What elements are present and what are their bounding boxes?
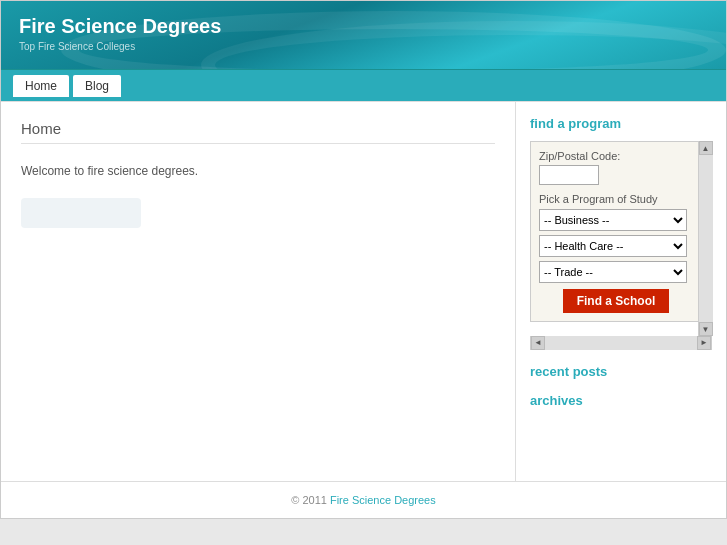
site-subtitle: Top Fire Science Colleges <box>19 41 708 52</box>
header: Fire Science Degrees Top Fire Science Co… <box>1 1 726 69</box>
recent-posts-section: recent posts <box>530 364 712 379</box>
vertical-scrollbar: ▲ ▼ <box>698 141 712 336</box>
nav-item-blog[interactable]: Blog <box>73 75 121 97</box>
scroll-left-button[interactable]: ◄ <box>531 336 545 350</box>
scroll-up-button[interactable]: ▲ <box>699 141 713 155</box>
horizontal-scrollbar: ◄ ► <box>530 336 712 350</box>
nav-item-home[interactable]: Home <box>13 75 69 97</box>
decorative-image <box>21 198 141 228</box>
zip-input[interactable] <box>539 165 599 185</box>
program-widget-container: Zip/Postal Code: Pick a Program of Study… <box>530 141 712 336</box>
welcome-text: Welcome to fire science degrees. <box>21 158 495 184</box>
nav-bar: Home Blog <box>1 69 726 101</box>
scroll-right-button[interactable]: ► <box>697 336 711 350</box>
sidebar: find a program Zip/Postal Code: Pick a P… <box>516 102 726 481</box>
copyright-text: © 2011 <box>291 494 327 506</box>
program-widget: Zip/Postal Code: Pick a Program of Study… <box>530 141 712 322</box>
find-school-button[interactable]: Find a School <box>563 289 670 313</box>
program-label: Pick a Program of Study <box>539 193 693 205</box>
site-title: Fire Science Degrees <box>19 15 708 38</box>
find-program-title: find a program <box>530 116 712 131</box>
recent-posts-title: recent posts <box>530 364 712 379</box>
scroll-track-h <box>545 336 697 350</box>
content-area: Home Welcome to fire science degrees. fi… <box>1 101 726 481</box>
archives-section: archives <box>530 393 712 408</box>
footer: © 2011 Fire Science Degrees <box>1 481 726 518</box>
trade-select[interactable]: -- Trade -- <box>539 261 687 283</box>
archives-title: archives <box>530 393 712 408</box>
zip-label: Zip/Postal Code: <box>539 150 693 162</box>
find-program-section: find a program Zip/Postal Code: Pick a P… <box>530 116 712 350</box>
scroll-track-v <box>699 155 713 322</box>
healthcare-select[interactable]: -- Health Care -- <box>539 235 687 257</box>
main-content-area: Home Welcome to fire science degrees. <box>1 102 516 481</box>
footer-link[interactable]: Fire Science Degrees <box>330 494 436 506</box>
business-select[interactable]: -- Business -- <box>539 209 687 231</box>
page-wrapper: Fire Science Degrees Top Fire Science Co… <box>0 0 727 519</box>
page-title: Home <box>21 120 495 144</box>
widget-inner: Zip/Postal Code: Pick a Program of Study… <box>539 150 693 313</box>
scroll-down-button[interactable]: ▼ <box>699 322 713 336</box>
